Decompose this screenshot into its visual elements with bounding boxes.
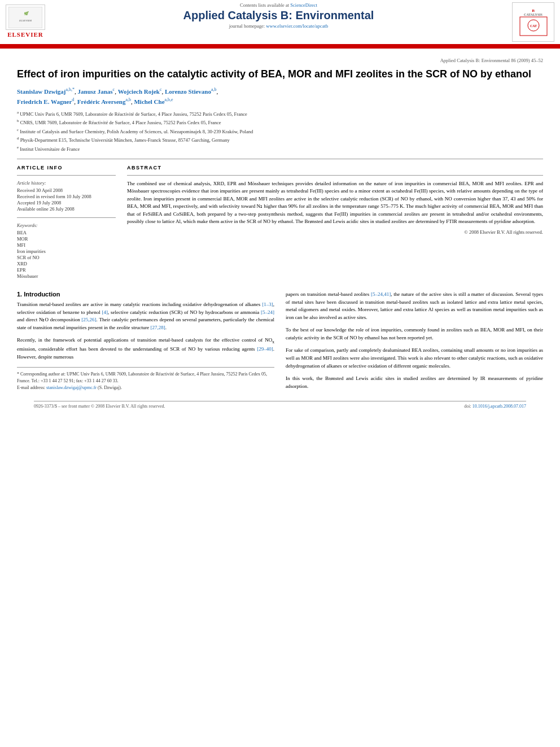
separator-1 xyxy=(17,159,543,159)
body-right-col: papers on transition metal-based zeolite… xyxy=(286,291,543,395)
kw-scr: SCR of NO xyxy=(17,255,116,260)
abstract-text: The combined use of chemical analysis, X… xyxy=(127,180,543,226)
affil-1: a UPMC Univ Paris 6, UMR 7609, Laboratoi… xyxy=(17,110,543,118)
accepted-date: Accepted 19 July 2008 xyxy=(17,200,116,206)
keywords-label: Keywords: xyxy=(17,222,116,228)
kw-bea: BEA xyxy=(17,230,116,235)
abstract-label: Abstract xyxy=(127,165,543,171)
abstract-column: Abstract The combined use of chemical an… xyxy=(127,165,543,279)
info-abstract-section: Article Info Article history: Received 3… xyxy=(17,165,543,279)
intro-para-1: Transition metal-based zeolites are acti… xyxy=(17,301,274,333)
kw-mor: MOR xyxy=(17,236,116,242)
kw-mfi: MFI xyxy=(17,242,116,248)
article-history: Article history: Received 30 April 2008 … xyxy=(17,180,116,212)
available-date: Available online 26 July 2008 xyxy=(17,206,116,212)
body-left-col: 1. Introduction Transition metal-based z… xyxy=(17,291,274,395)
article-info-column: Article Info Article history: Received 3… xyxy=(17,165,116,279)
red-stripe xyxy=(0,44,560,47)
copyright-line: © 2008 Elsevier B.V. All rights reserved… xyxy=(127,229,543,235)
sciencedirect-link[interactable]: ScienceDirect xyxy=(290,2,317,8)
intro-para-6: In this work, the Brønsted and Lewis aci… xyxy=(286,375,543,391)
affiliations: a UPMC Univ Paris 6, UMR 7609, Laboratoi… xyxy=(17,110,543,153)
affil-2: b CNRS, UMR 7609, Laboratoire de Réactiv… xyxy=(17,118,543,126)
elsevier-label: ELSEVIER xyxy=(7,31,43,38)
authors-line: Stanislaw Dzwigaja,b,*, Janusz Janasc, W… xyxy=(17,86,543,106)
affil-4: d Physik-Department E15, Technische Univ… xyxy=(17,136,543,144)
issn-line: 0926-3373/$ – see front matter © 2008 El… xyxy=(34,404,165,409)
article-content: Applied Catalysis B: Environmental 86 (2… xyxy=(0,49,560,420)
body-section: 1. Introduction Transition metal-based z… xyxy=(17,291,543,395)
author-3: Wojciech Rojek xyxy=(118,88,160,95)
separator-kw xyxy=(17,217,116,218)
sciencedirect-line: Contents lists available at ScienceDirec… xyxy=(51,2,506,8)
history-label: Article history: xyxy=(17,180,116,186)
footnote-email: E-mail address: stanislaw.dzwigaj@upmc.f… xyxy=(17,385,274,391)
affil-5: e Institut Universitaire de France xyxy=(17,145,543,153)
article-title: Effect of iron impurities on the catalyt… xyxy=(17,68,543,81)
author-4: Lorenzo Stievano xyxy=(165,88,211,95)
received-date: Received 30 April 2008 xyxy=(17,187,116,193)
kw-epr: EPR xyxy=(17,267,116,273)
author-6: Frédéric Averseng xyxy=(77,98,126,104)
affil-3: c Institute of Catalysis and Surface Che… xyxy=(17,127,543,136)
footnote-section: * Corresponding author at: UPMC Univ Par… xyxy=(17,367,274,391)
author-7: Michel Che xyxy=(134,98,164,104)
keywords-section: Keywords: BEA MOR MFI Iron impurities SC… xyxy=(17,222,116,279)
introduction-heading: 1. Introduction xyxy=(17,291,274,298)
author-1: Stanislaw Dzwigaj xyxy=(17,88,65,95)
kw-xrd: XRD xyxy=(17,261,116,267)
revised-date: Received in revised form 10 July 2008 xyxy=(17,194,116,199)
elsevier-logo-image: 🌿 ELSEVIER xyxy=(6,5,45,30)
separator-info xyxy=(17,175,116,176)
intro-para-5: For sake of comparison, partly and compl… xyxy=(286,347,543,370)
author-2: Janusz Janas xyxy=(78,88,113,95)
journal-homepage: journal homepage: www.elsevier.com/locat… xyxy=(51,23,506,29)
article-info-label: Article Info xyxy=(17,165,116,171)
footnote-corresponding: * Corresponding author at: UPMC Univ Par… xyxy=(17,371,274,385)
kw-mossbauer: Mössbauer xyxy=(17,273,116,279)
elsevier-logo: 🌿 ELSEVIER ELSEVIER xyxy=(6,5,45,38)
catalysis-journal-logo: B CATALYSIS CAT xyxy=(512,2,554,42)
author-5: Friedrich E. Wagner xyxy=(17,98,72,104)
intro-para-2: Recently, in the framework of potential … xyxy=(17,337,274,361)
intro-para-3: papers on transition metal-based zeolite… xyxy=(286,291,543,322)
doi-line: doi: 10.1016/j.apcatb.2008.07.017 xyxy=(464,404,526,409)
journal-header: 🌿 ELSEVIER ELSEVIER Contents lists avail… xyxy=(0,0,560,49)
svg-text:CAT: CAT xyxy=(530,24,536,28)
kw-iron: Iron impurities xyxy=(17,248,116,254)
svg-text:ELSEVIER: ELSEVIER xyxy=(19,19,32,22)
svg-rect-0 xyxy=(8,7,42,28)
body-two-col: 1. Introduction Transition metal-based z… xyxy=(17,291,543,395)
doi-link[interactable]: 10.1016/j.apcatb.2008.07.017 xyxy=(473,404,526,409)
journal-title-center: Contents lists available at ScienceDirec… xyxy=(45,2,512,29)
page-footer: 0926-3373/$ – see front matter © 2008 El… xyxy=(34,401,526,411)
journal-name: Applied Catalysis B: Environmental xyxy=(51,9,506,22)
intro-para-4: To the best of our knowledge the role of… xyxy=(286,326,543,342)
citation-line: Applied Catalysis B: Environmental 86 (2… xyxy=(17,58,543,63)
separator-abstract xyxy=(127,175,543,176)
